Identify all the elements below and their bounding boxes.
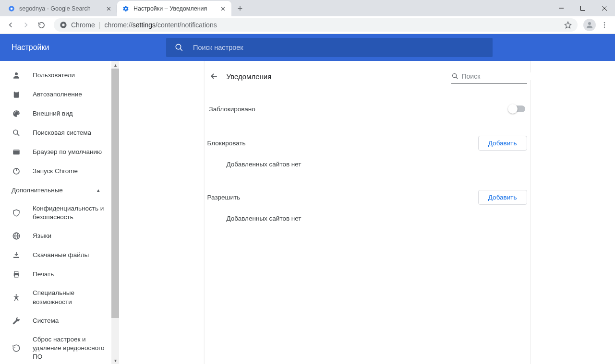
scroll-down-icon[interactable]: ▾	[111, 356, 119, 364]
sidebar-item-languages[interactable]: Языки	[0, 226, 111, 246]
svg-rect-3	[580, 6, 585, 11]
sidebar-item-label: Сброс настроек и удаление вредоносного П…	[33, 335, 111, 362]
sidebar-item-default-browser[interactable]: Браузер по умолчанию	[0, 142, 111, 162]
sidebar-item-appearance[interactable]: Внешний вид	[0, 104, 111, 123]
sidebar-item-label: Внешний вид	[33, 109, 73, 118]
sidebar-item-users[interactable]: Пользователи	[0, 66, 111, 85]
panel-title: Уведомления	[227, 72, 272, 81]
sidebar-advanced-toggle[interactable]: Дополнительные ▴	[0, 181, 111, 200]
sidebar-item-label: Конфиденциальность и безопасность	[33, 204, 111, 222]
profile-avatar[interactable]	[583, 19, 596, 31]
sidebar-item-downloads[interactable]: Скачанные файлы	[0, 246, 111, 265]
svg-point-9	[604, 22, 605, 23]
close-icon[interactable]: ✕	[219, 5, 227, 12]
chrome-icon	[60, 21, 67, 29]
search-icon	[175, 43, 183, 52]
reload-button[interactable]	[35, 18, 48, 32]
sidebar-item-label: Печать	[33, 270, 54, 279]
sidebar-item-label: Браузер по умолчанию	[33, 148, 102, 156]
allow-section: Разрешить Добавить Добавленных сайтов не…	[207, 183, 527, 229]
back-button[interactable]	[4, 18, 17, 32]
add-block-button[interactable]: Добавить	[478, 136, 527, 151]
minimize-button[interactable]	[550, 0, 572, 16]
bookmark-star-icon[interactable]	[564, 21, 572, 29]
sidebar-item-label: Языки	[33, 232, 51, 240]
print-icon	[12, 270, 21, 279]
sidebar-item-autofill[interactable]: Автозаполнение	[0, 85, 111, 104]
browser-icon	[12, 147, 21, 157]
google-favicon	[8, 5, 15, 12]
panel-filter-input[interactable]	[462, 72, 546, 80]
kebab-menu-icon[interactable]	[598, 18, 611, 32]
svg-point-7	[62, 23, 64, 26]
svg-point-35	[452, 73, 456, 77]
person-icon	[12, 70, 21, 80]
svg-rect-32	[14, 271, 18, 273]
close-window-button[interactable]	[593, 0, 615, 16]
tab-inactive[interactable]: segodnya - Google Search ✕	[3, 1, 117, 16]
palette-icon	[12, 109, 21, 118]
restore-icon	[12, 343, 21, 353]
allow-empty-text: Добавленных сайтов нет	[207, 211, 527, 229]
sidebar-item-privacy[interactable]: Конфиденциальность и безопасность	[0, 200, 111, 226]
sidebar-item-search[interactable]: Поисковая система	[0, 123, 111, 142]
svg-point-18	[15, 111, 16, 112]
blocked-toggle-row: Заблокировано	[207, 92, 527, 120]
url-text: chrome://settings/content/notifications	[104, 21, 217, 29]
sidebar-advanced-label: Дополнительные	[12, 187, 63, 194]
search-icon	[12, 128, 21, 138]
svg-line-13	[180, 48, 182, 51]
panel-header: Уведомления	[207, 61, 527, 92]
shield-icon	[12, 208, 21, 218]
clipboard-icon	[12, 90, 21, 99]
download-icon	[12, 250, 21, 260]
sidebar-item-label: Система	[33, 317, 59, 325]
allow-section-title: Разрешить	[207, 194, 241, 201]
svg-point-21	[13, 130, 18, 134]
svg-point-19	[17, 111, 18, 112]
settings-panel: Уведомления Заблокировано Блокировать До…	[204, 61, 531, 364]
close-icon[interactable]: ✕	[105, 5, 112, 12]
settings-search-input[interactable]	[193, 44, 484, 51]
forward-button[interactable]	[19, 18, 33, 32]
toggle-knob	[508, 104, 518, 114]
svg-point-14	[15, 72, 18, 75]
svg-rect-15	[14, 92, 19, 98]
tab-title: Настройки – Уведомления	[133, 5, 216, 12]
sidebar-wrap: Пользователи Автозаполнение Внешний вид …	[0, 61, 119, 364]
sidebar-item-reset[interactable]: Сброс настроек и удаление вредоносного П…	[0, 330, 111, 364]
block-empty-text: Добавленных сайтов нет	[207, 157, 527, 175]
sidebar-item-label: Скачанные файлы	[33, 251, 89, 259]
globe-icon	[12, 231, 21, 241]
svg-point-8	[588, 22, 591, 25]
panel-back-button[interactable]	[205, 68, 223, 85]
sidebar-item-accessibility[interactable]: Специальные возможности	[0, 284, 111, 311]
svg-point-12	[176, 44, 181, 49]
page-title: Настройки	[12, 43, 166, 52]
sidebar: Пользователи Автозаполнение Внешний вид …	[0, 61, 111, 364]
search-icon	[451, 72, 459, 80]
sidebar-scrollbar[interactable]: ▴ ▾	[111, 61, 119, 364]
sidebar-item-startup[interactable]: Запуск Chrome	[0, 162, 111, 181]
settings-search[interactable]	[166, 38, 493, 57]
sidebar-item-label: Специальные возможности	[33, 289, 111, 306]
scroll-up-icon[interactable]: ▴	[111, 61, 119, 69]
main-panel-wrap: Уведомления Заблокировано Блокировать До…	[119, 61, 615, 364]
svg-point-11	[604, 26, 605, 27]
maximize-button[interactable]	[572, 0, 593, 16]
tab-active[interactable]: Настройки – Уведомления ✕	[117, 1, 231, 16]
browser-toolbar: Chrome | chrome://settings/content/notif…	[0, 16, 615, 34]
blocked-toggle[interactable]	[509, 106, 525, 112]
chevron-up-icon: ▴	[97, 187, 100, 193]
sidebar-item-label: Пользователи	[33, 71, 75, 80]
scrollbar-thumb[interactable]	[111, 69, 119, 318]
sidebar-item-system[interactable]: Система	[0, 311, 111, 330]
new-tab-button[interactable]: +	[233, 2, 247, 15]
sidebar-item-label: Поисковая система	[33, 129, 91, 137]
add-allow-button[interactable]: Добавить	[478, 190, 527, 205]
svg-point-34	[16, 294, 17, 295]
panel-filter[interactable]	[451, 69, 527, 84]
sidebar-item-print[interactable]: Печать	[0, 265, 111, 284]
address-bar[interactable]: Chrome | chrome://settings/content/notif…	[54, 18, 578, 32]
window-controls	[550, 0, 615, 16]
